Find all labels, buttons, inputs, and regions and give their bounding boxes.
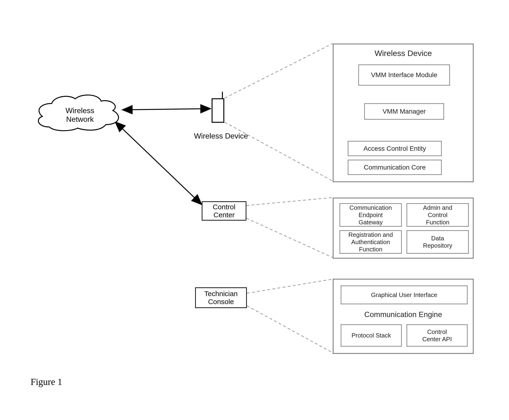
vmm-interface-box: VMM Interface Module xyxy=(358,64,450,86)
svg-line-4 xyxy=(225,44,333,98)
access-control-box: Access Control Entity xyxy=(348,141,442,156)
svg-line-8 xyxy=(247,279,333,293)
wireless-device-panel: Wireless Device VMM Interface Module VMM… xyxy=(333,44,474,182)
svg-line-6 xyxy=(246,197,333,206)
svg-line-5 xyxy=(225,122,333,181)
protocol-stack-box: Protocol Stack xyxy=(341,324,402,347)
vmm-manager-box: VMM Manager xyxy=(364,103,444,120)
admin-control-box: Admin and Control Function xyxy=(406,203,469,227)
wireless-device-panel-title: Wireless Device xyxy=(334,49,473,58)
technician-console-node: Technician Console xyxy=(195,287,247,308)
control-center-api-box: Control Center API xyxy=(406,324,468,347)
svg-line-2 xyxy=(122,109,211,110)
svg-rect-15 xyxy=(212,99,224,122)
wireless-device-caption: Wireless Device xyxy=(188,132,254,140)
svg-line-7 xyxy=(246,218,333,257)
wireless-network-cloud: Wireless Network xyxy=(58,106,102,124)
figure-caption: Figure 1 xyxy=(30,376,62,387)
comm-engine-title: Communication Engine xyxy=(334,310,473,319)
control-center-node: Control Center xyxy=(202,201,246,221)
gui-box: Graphical User Interface xyxy=(341,285,468,304)
reg-auth-box: Registration and Authentication Function xyxy=(339,230,402,254)
wireless-device-icon xyxy=(211,92,227,125)
comm-endpoint-gateway-box: Communication Endpoint Gateway xyxy=(339,203,402,227)
data-repo-box: Data Repository xyxy=(406,230,469,254)
svg-line-9 xyxy=(247,306,333,353)
technician-console-panel: Graphical User Interface Communication E… xyxy=(333,279,474,354)
control-center-panel: Communication Endpoint Gateway Admin and… xyxy=(333,197,474,259)
communication-core-box: Communication Core xyxy=(348,160,442,175)
